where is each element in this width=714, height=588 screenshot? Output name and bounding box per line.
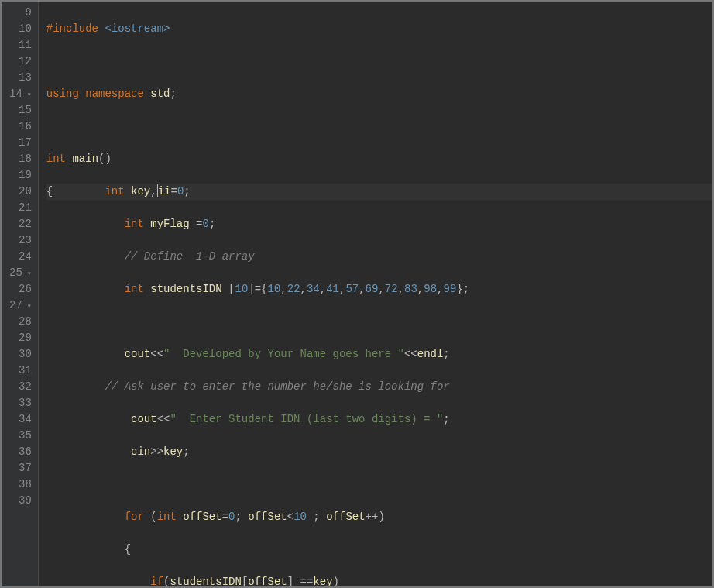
code-line[interactable]: cin>>key; [46,444,712,460]
bracket-token: ] [287,576,300,586]
operator-token: >> [150,445,163,458]
whitespace [46,576,150,586]
punct-token: ; [170,88,176,100]
punct-token: ; [307,511,326,523]
brace-token: { [261,283,267,295]
identifier-token: offSet [248,576,287,586]
number-token: 72 [385,283,398,295]
brace-token: { [46,185,53,198]
identifier-token: studentsIDN [150,283,228,295]
line-number: 38 [9,476,32,493]
code-line[interactable]: { [46,542,712,558]
identifier-token: myFlag [150,218,196,230]
identifier-token: key [313,576,332,586]
identifier-token: offSet [183,511,221,523]
line-number: 23 [9,232,32,249]
fold-icon[interactable]: ▾ [24,298,32,315]
punct-token: ; [184,185,190,198]
identifier-token: cout [125,348,151,360]
string-token: " Enter Student IDN (last two digits) = … [170,413,443,425]
identifier-token: std [150,88,170,100]
fold-icon[interactable]: ▾ [24,266,32,282]
keyword-token: for [125,511,151,523]
number-token: 57 [345,283,359,295]
number-token: 83 [404,283,417,295]
line-number [9,509,32,525]
line-number: 28 [9,314,32,330]
code-line[interactable]: int myFlag =0; [46,216,712,232]
identifier-token: ii [158,185,171,198]
paren-token: ) [378,511,384,523]
code-line[interactable]: int main() [46,151,712,167]
line-number: 20 [9,184,32,200]
paren-token: ( [150,511,156,523]
include-token: <iostream> [105,22,170,35]
keyword-token: using [46,88,85,100]
type-token: int [157,511,184,523]
number-token: 22 [287,283,300,295]
keyword-token: namespace [85,88,150,100]
operator-token: = [170,185,177,198]
whitespace [46,543,125,555]
function-token: main [72,153,98,165]
brace-token: { [125,543,131,555]
code-line[interactable] [46,119,712,135]
line-number: 37 [9,460,32,476]
code-editor[interactable]: 9 10 11 12 13 14▾ 15 16 17 18 19 20 21 2… [0,0,714,588]
type-token: int [125,218,151,230]
code-line[interactable] [46,476,712,493]
identifier-token: cout [131,413,157,425]
code-line[interactable]: // Ask user to enter the number he/she i… [46,379,712,395]
line-number: 22 [9,216,32,232]
code-line[interactable]: for (int offSet=0; offSet<10 ; offSet++) [46,509,712,525]
line-number: 35 [9,428,32,444]
line-number: 33 [9,395,32,411]
code-line[interactable]: #include <iostream> [46,21,712,37]
whitespace [53,185,105,198]
number-token: 41 [326,283,339,295]
punct-token: ; [183,445,189,458]
keyword-token: if [150,576,163,586]
whitespace [46,413,131,425]
identifier-token: cin [131,445,150,458]
punct-token: () [98,153,112,165]
code-area[interactable]: #include <iostream> using namespace std;… [39,2,712,586]
identifier-token: endl [417,348,444,360]
number-token: 10 [293,511,307,523]
operator-token: << [157,413,170,425]
whitespace [46,250,125,263]
line-number: 17 [9,135,32,151]
number-token: 69 [366,283,379,295]
number-token: 99 [443,283,456,295]
code-line[interactable]: using namespace std; [46,86,712,102]
operator-token: < [287,511,293,523]
number-token: 10 [235,283,248,295]
line-number: 31 [9,363,32,379]
line-number: 19 [9,167,32,184]
number-token: 10 [268,283,281,295]
punct-token: ; [209,218,215,230]
code-line[interactable]: // Define 1-D array [46,249,712,265]
line-number: 9 [9,5,32,21]
identifier-token: offSet [248,511,287,523]
code-line[interactable] [46,53,712,70]
code-line[interactable] [46,314,712,330]
line-number: 39 [9,493,32,509]
whitespace [46,218,125,230]
type-token: int [125,283,151,295]
code-line[interactable]: { int key,ii=0; [46,184,712,200]
brace-token: } [456,283,462,295]
code-line[interactable]: int studentsIDN [10]={10,22,34,41,57,69,… [46,281,712,297]
code-line[interactable]: cout<<" Enter Student IDN (last two digi… [46,411,712,428]
punct-token: ; [463,283,469,295]
code-line[interactable]: if(studentsIDN[offSet] ==key) [46,574,712,586]
line-number: 16 [9,119,32,135]
identifier-token: studentsIDN [170,576,241,586]
identifier-token: key [131,185,150,198]
operator-token: << [404,348,417,360]
line-number: 13 [9,70,32,86]
whitespace [46,283,125,295]
punct-token: ; [443,348,449,360]
code-line[interactable]: cout<<" Developed by Your Name goes here… [46,346,712,363]
fold-icon[interactable]: ▾ [24,87,32,103]
